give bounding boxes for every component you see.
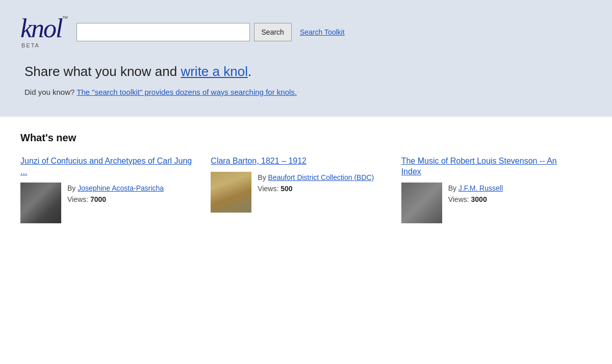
logo-area: knol ™ BETA <box>20 15 68 48</box>
search-button[interactable]: Search <box>254 23 292 41</box>
author-link[interactable]: Beaufort District Collection (BDC) <box>268 173 374 181</box>
whats-new-title: What's new <box>20 132 592 144</box>
search-input[interactable] <box>76 23 250 41</box>
views-label: Views: <box>448 195 471 203</box>
views-label: Views: <box>258 185 280 193</box>
article-thumbnail <box>20 183 61 223</box>
views-count: 3000 <box>471 195 487 203</box>
did-you-know: Did you know? The "search toolkit" provi… <box>24 88 592 96</box>
views-label: Views: <box>67 195 90 203</box>
views-count: 7000 <box>90 195 106 203</box>
article-body: By Josephine Acosta-Pasricha Views: 7000 <box>20 183 195 223</box>
author-label: By <box>448 184 458 192</box>
articles-grid: Junzi of Confucius and Archetypes of Car… <box>20 156 592 223</box>
article-meta: By Josephine Acosta-Pasricha Views: 7000 <box>67 183 164 205</box>
article-title-link[interactable]: The Music of Robert Louis Stevenson -- A… <box>401 156 576 177</box>
article-title-link[interactable]: Junzi of Confucius and Archetypes of Car… <box>20 156 195 177</box>
author-link[interactable]: Josephine Acosta-Pasricha <box>78 184 164 192</box>
logo-beta: BETA <box>20 43 40 48</box>
article-thumbnail <box>401 183 442 223</box>
search-toolkit-link[interactable]: Search Toolkit <box>300 28 345 36</box>
logo-text: knol <box>20 15 62 42</box>
tagline-before: Share what you know and <box>24 64 181 79</box>
article-title-link[interactable]: Clara Barton, 1821 – 1912 <box>211 156 386 167</box>
header-top: knol ™ BETA Search Search Toolkit <box>20 15 592 48</box>
author-label: By <box>67 184 78 192</box>
article-meta: By Beaufort District Collection (BDC) Vi… <box>258 172 374 195</box>
author-link[interactable]: J.F.M. Russell <box>458 184 503 192</box>
article-card: Clara Barton, 1821 – 1912 By Beaufort Di… <box>211 156 401 223</box>
write-a-knol-link[interactable]: write a knol <box>181 64 248 79</box>
did-you-know-before: Did you know? <box>24 88 76 96</box>
main-content: What's new Junzi of Confucius and Archet… <box>0 117 612 239</box>
search-toolkit-info-link[interactable]: The "search toolkit" provides dozens of … <box>76 88 297 96</box>
article-card: Junzi of Confucius and Archetypes of Car… <box>20 156 211 223</box>
search-area: Search Search Toolkit <box>76 23 345 41</box>
hero-tagline: Share what you know and write a knol. <box>24 64 592 80</box>
author-label: By <box>258 173 268 181</box>
article-thumbnail <box>211 172 251 213</box>
tagline-after: . <box>248 64 251 79</box>
views-count: 500 <box>280 185 292 193</box>
article-meta: By J.F.M. Russell Views: 3000 <box>448 183 503 205</box>
article-body: By J.F.M. Russell Views: 3000 <box>401 183 576 223</box>
article-card: The Music of Robert Louis Stevenson -- A… <box>401 156 592 223</box>
logo-tm: ™ <box>62 15 68 21</box>
article-body: By Beaufort District Collection (BDC) Vi… <box>211 172 386 213</box>
hero-section: knol ™ BETA Search Search Toolkit Share … <box>0 0 612 117</box>
